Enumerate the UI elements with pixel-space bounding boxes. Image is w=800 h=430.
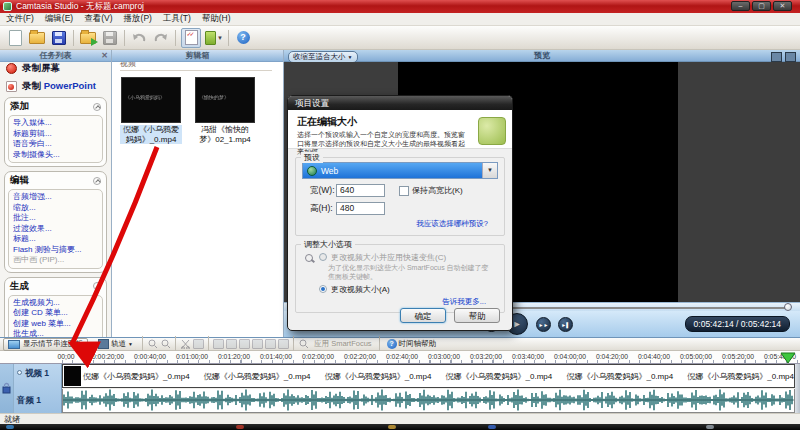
lock-icon[interactable] [1,382,12,394]
window-title: Camtasia Studio - 无标题.camproj [16,1,144,13]
preset-help-link[interactable]: 我应该选择哪种预设? [302,219,488,229]
ruler-label: 0:05:00;00 [680,353,712,360]
height-input[interactable]: 480 [336,202,385,215]
task-link[interactable]: 标题剪辑... [13,129,98,140]
storyboard-icon [8,340,20,349]
task-link: 画中画 (PIP)... [13,255,98,266]
taskbar-icon[interactable] [388,425,396,429]
menu-item[interactable]: 文件(F) [6,13,34,25]
task-link[interactable]: 缩放... [13,203,98,214]
task-link[interactable]: 批注... [13,213,98,224]
menu-item[interactable]: 帮助(H) [202,13,231,25]
audio-track[interactable] [62,389,795,413]
resize-options-group: 调整大小选项 更改视频大小并应用快速变焦(C) 为了优化显示到这些大小 Smar… [295,244,505,313]
preview-title: 预览 [284,50,800,62]
task-link[interactable]: 导入媒体... [13,118,98,129]
save-icon[interactable] [50,29,68,47]
thumbnail-text: 《小乌鸦爱妈妈》 [125,94,165,100]
clip-name[interactable]: 冯甜《愉快的梦》02_1.mp4 [194,125,256,144]
cut-icon [180,339,191,350]
close-button[interactable]: ✕ [773,1,792,11]
timeline-help-button[interactable]: ? 时间轴帮助 [387,339,437,349]
zoom-in-icon [147,339,158,350]
menu-item[interactable]: 编辑(E) [45,13,73,25]
title-bar[interactable]: Camtasia Studio - 无标题.camproj – ▢ ✕ [0,0,800,13]
clip-item[interactable]: 《愉快的梦》冯甜《愉快的梦》02_1.mp4 [194,77,256,144]
main-toolbar: ▼ ? [0,26,800,50]
menu-item[interactable]: 播放(P) [124,13,152,25]
open-project-icon[interactable] [28,29,46,47]
clip-thumbnail[interactable]: 《愉快的梦》 [195,77,255,123]
preset-dropdown[interactable]: Web ▼ [302,162,498,179]
windows-taskbar[interactable] [0,424,800,430]
seek-handle[interactable] [784,303,792,311]
task-link[interactable]: 标题... [13,234,98,245]
storyboard-button[interactable]: 显示情节串连图板 [3,338,88,351]
task-link[interactable]: 生成视频为... [13,298,98,309]
ruler-label: 0:04:00;00 [554,353,586,360]
clip-bin-header: 剪辑箱 [112,50,283,62]
dialog-title-bar[interactable]: 项目设置 [288,96,512,110]
video-track[interactable]: 倪娜《小乌鸦爱妈妈》_0.mp4倪娜《小乌鸦爱妈妈》_0.mp4倪娜《小乌鸦爱妈… [62,364,795,388]
track-scrollbar[interactable] [795,364,800,413]
playhead-marker[interactable] [780,352,796,364]
track-header: 视频 1 音频 1 [0,364,62,413]
close-task-panel-icon[interactable]: ✕ [101,50,108,62]
clip-start-thumbnail [64,366,81,386]
start-orb[interactable] [6,425,14,429]
task-link[interactable]: 批生成... [13,329,98,337]
keep-aspect-checkbox[interactable]: 保持高宽比(K) [399,185,463,196]
task-link[interactable]: Flash 测验与摘要... [13,245,98,256]
ruler-label: 0:04:20;00 [596,353,628,360]
width-input[interactable]: 640 [336,184,385,197]
maximize-button[interactable]: ▢ [752,1,771,11]
task-link[interactable]: 音频增强... [13,192,98,203]
taskbar-icon[interactable] [236,425,244,429]
record-screen-button[interactable]: 录制屏幕 [6,62,111,75]
task-panel: 任务列表 ✕ 录制屏幕 录制 PowerPoint 添加导入媒体...标题剪辑.… [0,50,112,337]
clip-thumbnail[interactable]: 《小乌鸦爱妈妈》 [121,77,181,123]
undo-icon [130,29,148,47]
task-link[interactable]: 语音旁白... [13,139,98,150]
minimize-button[interactable]: – [731,1,750,11]
radio-resize-video[interactable] [319,285,327,293]
audio-track-label[interactable]: 音频 1 [17,395,41,407]
new-project-icon[interactable] [6,29,24,47]
task-groups: 添加导入媒体...标题剪辑...语音旁白...录制摄像头...编辑音频增强...… [0,97,111,337]
checkbox-icon[interactable] [399,186,409,196]
task-link[interactable]: 过渡效果... [13,224,98,235]
taskbar-icon[interactable] [706,425,714,429]
clip-item[interactable]: 《小乌鸦爱妈妈》倪娜《小乌鸦爱妈妈》_0.mp4 [120,77,182,144]
task-link[interactable]: 创建 web 菜单... [13,319,98,330]
task-list-toggle-icon[interactable] [181,28,201,48]
dialog-heading: 正在编辑大小 [297,115,505,129]
fullscreen-icon[interactable] [785,52,796,62]
callout-icon-2 [226,339,237,350]
record-powerpoint-button[interactable]: 录制 PowerPoint [6,80,111,93]
menu-item[interactable]: 工具(T) [163,13,191,25]
dropdown-arrow-icon[interactable]: ▼ [482,163,497,178]
task-link[interactable]: 创建 CD 菜单... [13,308,98,319]
ok-button[interactable]: 确定 [400,308,446,323]
detach-preview-icon[interactable] [771,52,782,62]
timeline-ruler[interactable]: 00;000:00:20;000:00:40;000:01:00;000:01:… [0,351,800,364]
tracks-dropdown[interactable]: 轨道 ▼ [98,339,133,349]
jump-to-end-button[interactable]: ►▌ [558,317,573,332]
collapse-icon[interactable] [93,103,101,111]
help-icon[interactable]: ? [234,29,252,47]
taskbar-icon[interactable] [488,425,496,429]
video-track-label[interactable]: 视频 1 [17,368,49,380]
dialog-help-button[interactable]: 帮助 [454,308,500,323]
time-display: 0:05:42:14 / 0:05:42:14 [685,316,790,332]
menu-item[interactable]: 查看(V) [84,13,112,25]
record-options-icon[interactable]: ▼ [205,29,223,47]
clip-name[interactable]: 倪娜《小乌鸦爱妈妈》_0.mp4 [120,125,182,144]
collapse-icon[interactable] [93,177,101,185]
import-media-icon[interactable] [79,29,97,47]
fast-forward-button[interactable]: ►► [536,317,551,332]
collapse-icon[interactable] [93,282,101,290]
camtasia-window: Camtasia Studio - 无标题.camproj – ▢ ✕ 文件(F… [0,0,800,430]
timeline-clip-label: 倪娜《小乌鸦爱妈妈》_0.mp4 [83,371,190,382]
task-link[interactable]: 录制摄像头... [13,150,98,161]
tell-me-more-link[interactable]: 告诉我更多... [302,297,486,307]
